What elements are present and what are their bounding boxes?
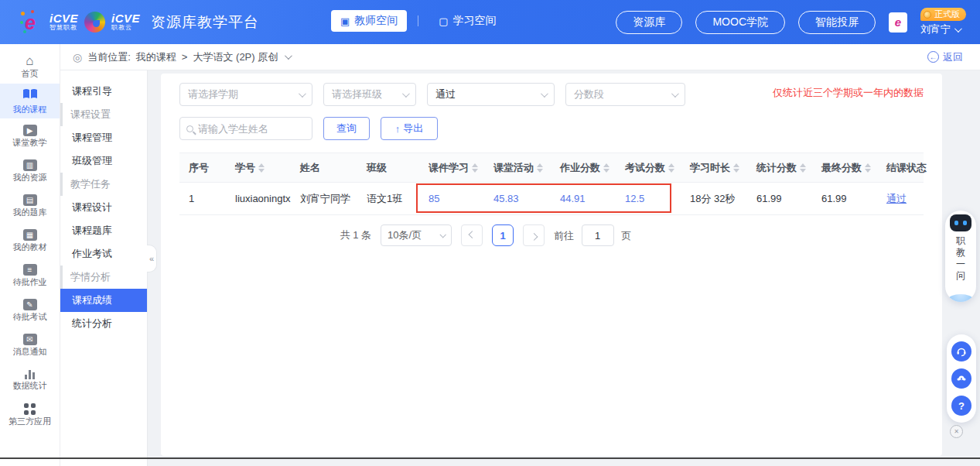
submenu-item-class-management[interactable]: 班级管理 [60, 149, 147, 173]
col-duration[interactable]: 学习时长 [681, 153, 747, 183]
grades-card: 请选择学期 请选择班级 通过 分数段 仅统计近三个学期或一年内的数据 [161, 74, 942, 456]
export-icon: ↑ [395, 123, 401, 135]
assistant-widget[interactable]: 职教一问 [945, 211, 976, 302]
sidebar-item-classroom-teaching[interactable]: ▶ 课堂教学 [0, 118, 60, 153]
teacher-space-icon: ▣ [340, 16, 350, 26]
submenu-item-course-design[interactable]: 课程设计 [60, 196, 147, 219]
close-widgets-button[interactable]: ✕ [950, 425, 963, 438]
sidebar-item-data-statistics[interactable]: 数据统计 [0, 362, 60, 397]
question-bank-icon: ▤ [23, 194, 37, 206]
submenu-item-statistics-analysis[interactable]: 统计分析 [60, 312, 147, 335]
bottom-divider [0, 457, 980, 459]
student-name-searchbox [179, 117, 312, 140]
course-dropdown-chevron-icon[interactable] [285, 52, 292, 60]
brand1-name: iCVE [50, 12, 78, 25]
sort-icon [800, 163, 806, 173]
status-select[interactable]: 通过 [427, 83, 555, 106]
class-select[interactable]: 请选择班级 [323, 83, 416, 106]
cell-homework-link[interactable]: 44.91 [551, 183, 616, 215]
space-tabs: ▣ 教师空间 ▢ 学习空间 [331, 10, 506, 32]
cell-class: 语文1班 [357, 183, 419, 215]
resources-icon: ▥ [23, 159, 37, 171]
sidebar-item-pending-exams[interactable]: ✎ 待批考试 [0, 293, 60, 327]
score-range-select[interactable]: 分数段 [565, 83, 685, 106]
grades-table: 序号 学号 姓名 班级 课件学习 课堂活动 作业分数 考试分数 学习时长 统计分… [179, 152, 924, 215]
breadcrumb-current-course[interactable]: 大学语文 (2P) 原创 [193, 50, 278, 64]
query-button[interactable]: 查询 [323, 117, 370, 140]
icve-shell-logo-icon [84, 12, 105, 33]
table-header-row: 序号 学号 姓名 班级 课件学习 课堂活动 作业分数 考试分数 学习时长 统计分… [179, 153, 924, 183]
cloud-download-icon [956, 373, 967, 384]
breadcrumb-bar: ◎ 当前位置: 我的课程 > 大学语文 (2P) 原创 ← 返回 [60, 44, 980, 70]
semester-select[interactable]: 请选择学期 [179, 83, 312, 106]
prev-page-button[interactable] [461, 224, 483, 246]
chevron-down-icon [402, 90, 410, 98]
sort-icon [865, 163, 871, 173]
smart-cast-button[interactable]: 智能投屏 [798, 11, 876, 34]
sidebar-item-my-resources[interactable]: ▥ 我的资源 [0, 153, 60, 188]
submenu-section-teaching-tasks: 教学任务 [60, 173, 147, 196]
exam-icon: ✎ [23, 299, 37, 310]
cell-activity-link[interactable]: 45.83 [484, 183, 551, 215]
sidebar-item-textbooks[interactable]: ▦ 我的教材 [0, 223, 60, 258]
mooc-college-button[interactable]: MOOC学院 [695, 11, 785, 34]
submenu-section-learning-analysis: 学情分析 [60, 266, 147, 289]
current-page-button[interactable]: 1 [492, 224, 514, 246]
certificate-icon[interactable]: e [889, 12, 907, 33]
col-exam[interactable]: 考试分数 [616, 153, 681, 183]
sidebar-item-my-courses[interactable]: 我的课程 [0, 84, 60, 118]
homework-icon: ≡ [23, 264, 37, 276]
medal-icon [924, 11, 931, 19]
sidebar-item-home[interactable]: ⌂ 首页 [0, 49, 60, 84]
col-final-score[interactable]: 最终分数 [812, 153, 877, 183]
user-name: 刘宵宁 [920, 22, 951, 36]
cell-status-link[interactable]: 通过 [877, 183, 924, 215]
tab-separator [418, 15, 418, 26]
submenu-item-course-management[interactable]: 课程管理 [60, 126, 147, 149]
submenu-collapse-handle[interactable]: « [147, 245, 157, 272]
submenu-item-course-guide[interactable]: 课程引导 [60, 80, 147, 103]
question-icon: ? [958, 400, 965, 412]
cell-courseware-link[interactable]: 85 [419, 183, 484, 215]
icon-sidebar: ⌂ 首页 我的课程 ▶ 课堂教学 ▥ 我的资源 ▤ 我的题库 ▦ 我的教材 ≡ … [0, 44, 60, 466]
sort-icon [733, 163, 739, 173]
sidebar-item-pending-homework[interactable]: ≡ 待批作业 [0, 258, 60, 293]
location-icon: ◎ [73, 51, 82, 63]
submenu-item-homework-exams[interactable]: 作业考试 [60, 242, 147, 266]
col-student-id[interactable]: 学号 [226, 153, 291, 183]
user-menu[interactable]: 正式版 刘宵宁 [920, 8, 966, 36]
export-button[interactable]: ↑ 导出 [381, 117, 438, 140]
col-activity[interactable]: 课堂活动 [484, 153, 551, 183]
header-right: 资源库 MOOC学院 智能投屏 e 正式版 刘宵宁 [616, 0, 966, 44]
tab-teacher-space[interactable]: ▣ 教师空间 [331, 10, 407, 32]
goto-page-input[interactable] [582, 224, 614, 246]
total-count: 共 1 条 [340, 228, 371, 242]
page-title: 资源库教学平台 [151, 12, 259, 33]
col-stat-score[interactable]: 统计分数 [747, 153, 812, 183]
version-badge-label: 正式版 [934, 9, 960, 20]
sort-icon [472, 163, 478, 173]
download-button[interactable] [951, 368, 971, 389]
col-homework[interactable]: 作业分数 [551, 153, 616, 183]
breadcrumb: ◎ 当前位置: 我的课程 > 大学语文 (2P) 原创 [73, 50, 290, 64]
assistant-label: 职教一问 [955, 235, 966, 282]
customer-service-button[interactable] [951, 341, 971, 361]
back-button[interactable]: ← 返回 [927, 50, 963, 64]
table-row: 1 liuxiaoningtx 刘宵宁同学 语文1班 85 45.83 44.9… [179, 183, 924, 215]
tab-learning-space[interactable]: ▢ 学习空间 [429, 10, 505, 32]
page-size-select[interactable]: 10条/页 [381, 224, 452, 246]
sidebar-item-third-party-apps[interactable]: 第三方应用 [0, 397, 60, 432]
next-page-button[interactable] [523, 224, 545, 246]
student-name-input[interactable] [198, 123, 306, 135]
cell-exam-link[interactable]: 12.5 [616, 183, 681, 215]
sidebar-item-notifications[interactable]: ✉ 消息通知 [0, 327, 60, 362]
book-icon [22, 88, 38, 103]
breadcrumb-parent[interactable]: 我的课程 [136, 50, 176, 64]
submenu-item-course-question-bank[interactable]: 课程题库 [60, 219, 147, 242]
logo-area: e iCVE 智慧职教 iCVE 职教云 资源库教学平台 [0, 10, 259, 35]
resource-library-button[interactable]: 资源库 [616, 11, 682, 34]
help-button[interactable]: ? [951, 396, 971, 416]
col-courseware[interactable]: 课件学习 [419, 153, 484, 183]
sidebar-item-question-bank[interactable]: ▤ 我的题库 [0, 188, 60, 223]
submenu-item-course-grades[interactable]: 课程成绩 [60, 289, 147, 312]
